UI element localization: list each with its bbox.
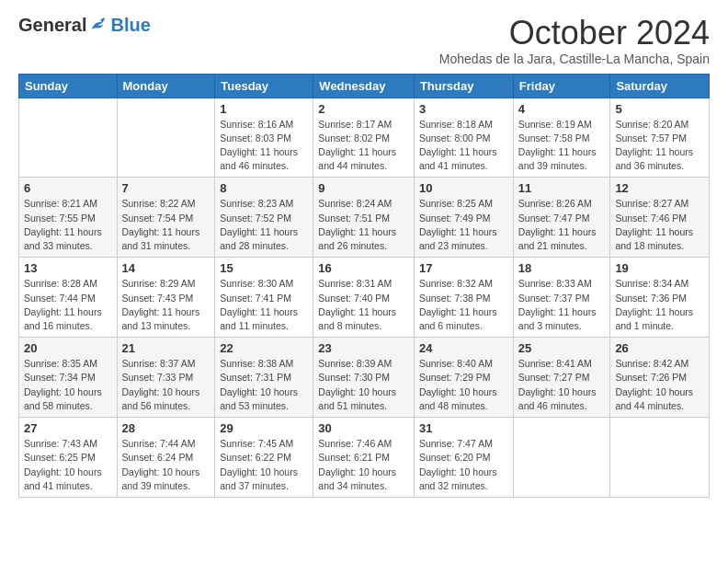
logo-general: General	[18, 15, 86, 36]
day-number: 7	[122, 181, 210, 195]
calendar-week-row: 27Sunrise: 7:43 AM Sunset: 6:25 PM Dayli…	[19, 418, 710, 498]
table-row: 11Sunrise: 8:26 AM Sunset: 7:47 PM Dayli…	[513, 178, 610, 258]
page: General Blue October 2024 Mohedas de la …	[0, 0, 728, 512]
day-number: 11	[518, 181, 606, 195]
col-thursday: Thursday	[414, 74, 513, 98]
day-number: 5	[615, 102, 704, 116]
day-info: Sunrise: 8:17 AM Sunset: 8:02 PM Dayligh…	[318, 118, 409, 174]
day-info: Sunrise: 8:33 AM Sunset: 7:37 PM Dayligh…	[518, 277, 606, 333]
day-info: Sunrise: 8:35 AM Sunset: 7:34 PM Dayligh…	[24, 357, 112, 413]
day-number: 1	[220, 102, 308, 116]
day-number: 10	[419, 181, 508, 195]
location-subtitle: Mohedas de la Jara, Castille-La Mancha, …	[439, 52, 710, 66]
day-info: Sunrise: 8:19 AM Sunset: 7:58 PM Dayligh…	[518, 118, 606, 174]
day-number: 28	[122, 421, 210, 435]
header: General Blue October 2024 Mohedas de la …	[18, 15, 710, 66]
day-number: 30	[318, 421, 409, 435]
col-sunday: Sunday	[19, 74, 118, 98]
table-row: 8Sunrise: 8:23 AM Sunset: 7:52 PM Daylig…	[215, 178, 313, 258]
table-row: 6Sunrise: 8:21 AM Sunset: 7:55 PM Daylig…	[19, 178, 118, 258]
calendar-week-row: 20Sunrise: 8:35 AM Sunset: 7:34 PM Dayli…	[19, 338, 710, 418]
table-row: 4Sunrise: 8:19 AM Sunset: 7:58 PM Daylig…	[513, 98, 610, 178]
table-row: 20Sunrise: 8:35 AM Sunset: 7:34 PM Dayli…	[19, 338, 118, 418]
table-row: 18Sunrise: 8:33 AM Sunset: 7:37 PM Dayli…	[513, 258, 610, 338]
day-number: 9	[318, 181, 409, 195]
day-number: 4	[518, 102, 606, 116]
logo-area: General Blue	[18, 15, 151, 36]
table-row: 17Sunrise: 8:32 AM Sunset: 7:38 PM Dayli…	[414, 258, 513, 338]
table-row: 19Sunrise: 8:34 AM Sunset: 7:36 PM Dayli…	[610, 258, 710, 338]
day-info: Sunrise: 7:47 AM Sunset: 6:20 PM Dayligh…	[419, 437, 508, 493]
table-row: 14Sunrise: 8:29 AM Sunset: 7:43 PM Dayli…	[117, 258, 215, 338]
day-info: Sunrise: 8:23 AM Sunset: 7:52 PM Dayligh…	[220, 197, 308, 253]
calendar-table: Sunday Monday Tuesday Wednesday Thursday…	[18, 74, 710, 498]
table-row: 21Sunrise: 8:37 AM Sunset: 7:33 PM Dayli…	[117, 338, 215, 418]
day-number: 20	[24, 341, 112, 355]
day-number: 16	[318, 261, 409, 275]
day-number: 27	[24, 421, 112, 435]
logo: General Blue	[18, 15, 151, 36]
day-info: Sunrise: 8:25 AM Sunset: 7:49 PM Dayligh…	[419, 197, 508, 253]
day-number: 13	[24, 261, 112, 275]
table-row: 12Sunrise: 8:27 AM Sunset: 7:46 PM Dayli…	[610, 178, 710, 258]
day-info: Sunrise: 8:34 AM Sunset: 7:36 PM Dayligh…	[615, 277, 704, 333]
day-info: Sunrise: 8:27 AM Sunset: 7:46 PM Dayligh…	[615, 197, 704, 253]
day-number: 26	[615, 341, 704, 355]
day-info: Sunrise: 7:44 AM Sunset: 6:24 PM Dayligh…	[122, 437, 210, 493]
day-info: Sunrise: 8:30 AM Sunset: 7:41 PM Dayligh…	[220, 277, 308, 333]
day-info: Sunrise: 8:20 AM Sunset: 7:57 PM Dayligh…	[615, 118, 704, 174]
day-number: 15	[220, 261, 308, 275]
table-row: 10Sunrise: 8:25 AM Sunset: 7:49 PM Dayli…	[414, 178, 513, 258]
day-info: Sunrise: 8:40 AM Sunset: 7:29 PM Dayligh…	[419, 357, 508, 413]
day-info: Sunrise: 8:31 AM Sunset: 7:40 PM Dayligh…	[318, 277, 409, 333]
table-row	[610, 418, 710, 498]
day-info: Sunrise: 8:32 AM Sunset: 7:38 PM Dayligh…	[419, 277, 508, 333]
title-area: October 2024 Mohedas de la Jara, Castill…	[439, 15, 710, 66]
table-row: 24Sunrise: 8:40 AM Sunset: 7:29 PM Dayli…	[414, 338, 513, 418]
day-number: 24	[419, 341, 508, 355]
day-number: 17	[419, 261, 508, 275]
day-number: 21	[122, 341, 210, 355]
day-number: 2	[318, 102, 409, 116]
day-info: Sunrise: 8:26 AM Sunset: 7:47 PM Dayligh…	[518, 197, 606, 253]
col-tuesday: Tuesday	[215, 74, 313, 98]
day-number: 18	[518, 261, 606, 275]
table-row: 29Sunrise: 7:45 AM Sunset: 6:22 PM Dayli…	[215, 418, 313, 498]
day-info: Sunrise: 8:38 AM Sunset: 7:31 PM Dayligh…	[220, 357, 308, 413]
table-row: 25Sunrise: 8:41 AM Sunset: 7:27 PM Dayli…	[513, 338, 610, 418]
day-number: 29	[220, 421, 308, 435]
table-row: 30Sunrise: 7:46 AM Sunset: 6:21 PM Dayli…	[313, 418, 415, 498]
table-row: 15Sunrise: 8:30 AM Sunset: 7:41 PM Dayli…	[215, 258, 313, 338]
day-info: Sunrise: 8:18 AM Sunset: 8:00 PM Dayligh…	[419, 118, 508, 174]
table-row: 31Sunrise: 7:47 AM Sunset: 6:20 PM Dayli…	[414, 418, 513, 498]
col-saturday: Saturday	[610, 74, 710, 98]
table-row: 27Sunrise: 7:43 AM Sunset: 6:25 PM Dayli…	[19, 418, 118, 498]
day-number: 19	[615, 261, 704, 275]
table-row	[513, 418, 610, 498]
day-info: Sunrise: 7:43 AM Sunset: 6:25 PM Dayligh…	[24, 437, 112, 493]
day-info: Sunrise: 8:28 AM Sunset: 7:44 PM Dayligh…	[24, 277, 112, 333]
day-info: Sunrise: 8:21 AM Sunset: 7:55 PM Dayligh…	[24, 197, 112, 253]
table-row: 16Sunrise: 8:31 AM Sunset: 7:40 PM Dayli…	[313, 258, 415, 338]
day-info: Sunrise: 7:45 AM Sunset: 6:22 PM Dayligh…	[220, 437, 308, 493]
day-info: Sunrise: 8:16 AM Sunset: 8:03 PM Dayligh…	[220, 118, 308, 174]
col-friday: Friday	[513, 74, 610, 98]
table-row: 13Sunrise: 8:28 AM Sunset: 7:44 PM Dayli…	[19, 258, 118, 338]
table-row: 26Sunrise: 8:42 AM Sunset: 7:26 PM Dayli…	[610, 338, 710, 418]
calendar-week-row: 6Sunrise: 8:21 AM Sunset: 7:55 PM Daylig…	[19, 178, 710, 258]
table-row: 28Sunrise: 7:44 AM Sunset: 6:24 PM Dayli…	[117, 418, 215, 498]
table-row	[19, 98, 118, 178]
day-info: Sunrise: 8:42 AM Sunset: 7:26 PM Dayligh…	[615, 357, 704, 413]
table-row: 2Sunrise: 8:17 AM Sunset: 8:02 PM Daylig…	[313, 98, 415, 178]
day-number: 12	[615, 181, 704, 195]
calendar-header-row: Sunday Monday Tuesday Wednesday Thursday…	[19, 74, 710, 98]
day-info: Sunrise: 8:37 AM Sunset: 7:33 PM Dayligh…	[122, 357, 210, 413]
table-row: 3Sunrise: 8:18 AM Sunset: 8:00 PM Daylig…	[414, 98, 513, 178]
table-row: 5Sunrise: 8:20 AM Sunset: 7:57 PM Daylig…	[610, 98, 710, 178]
day-number: 23	[318, 341, 409, 355]
calendar-body: 1Sunrise: 8:16 AM Sunset: 8:03 PM Daylig…	[19, 98, 710, 497]
day-info: Sunrise: 8:41 AM Sunset: 7:27 PM Dayligh…	[518, 357, 606, 413]
table-row: 22Sunrise: 8:38 AM Sunset: 7:31 PM Dayli…	[215, 338, 313, 418]
table-row	[117, 98, 215, 178]
day-number: 31	[419, 421, 508, 435]
